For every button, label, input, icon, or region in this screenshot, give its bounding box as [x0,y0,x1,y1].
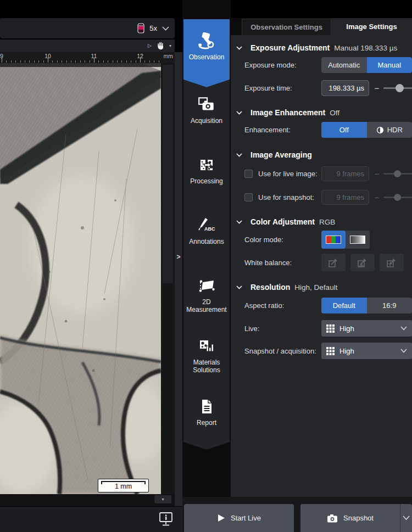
live-frames-decrease-icon: − [372,166,381,181]
section-title: Image Averaging [250,150,312,159]
scroll-down-button[interactable]: ▾ [154,495,171,503]
nav-tab-materials-solutions[interactable]: Materials Solutions [183,321,230,389]
nav-tab-report[interactable]: Report [183,382,230,450]
rgb-swatch-icon [326,236,341,244]
panel-collapse-bar: > [175,52,182,506]
white-balance-full-button[interactable] [380,254,404,271]
snapshot-options-button[interactable] [400,516,412,520]
enhancement-segmented: Off HDR [321,122,412,138]
color-mode-control [321,231,370,249]
color-mode-rgb-button[interactable] [321,231,346,249]
enhancement-off-button[interactable]: Off [321,122,367,138]
nav-tab-processing[interactable]: Processing [183,140,230,208]
nav-tab-2d-measurement[interactable]: 2D Measurement [183,261,230,329]
live-resolution-dropdown[interactable]: High [321,320,412,337]
horizontal-ruler: 9 10 11 12 mm [0,52,175,63]
svg-text:ABC: ABC [204,226,215,232]
start-live-button[interactable]: Start Live [184,504,294,532]
aspect-ratio-segmented: Default 16:9 [321,298,412,313]
image-settings-panel: Exposure Adjustment Manual 198.333 µs Ex… [231,35,412,497]
enhancement-hdr-button[interactable]: HDR [367,122,412,138]
vertical-scrollbar-thumb[interactable] [163,65,173,283]
microscope-icon [197,29,216,53]
start-live-label: Start Live [231,514,261,522]
use-for-snapshot-label: Use for snapshot: [258,190,314,205]
chevron-down-icon [162,26,169,31]
exposure-time-decrease-icon[interactable]: − [372,80,381,96]
materials-icon [197,334,216,359]
display-info-icon[interactable] [158,511,174,528]
section-exposure-adjustment[interactable]: Exposure Adjustment Manual 198.333 µs [236,43,397,53]
tab-image-settings[interactable]: Image Settings [331,18,412,35]
live-image-viewport[interactable] [0,63,161,494]
nav-tab-acquisition[interactable]: Acquisition [183,80,230,148]
ruler-tick-label: 12 [137,53,143,59]
report-document-icon [198,395,215,419]
chevron-down-icon [403,516,410,520]
exposure-mode-manual-button[interactable]: Manual [367,57,412,73]
snapshot-frames-slider-handle [394,194,401,201]
aspect-16-9-button[interactable]: 16:9 [367,298,412,313]
mode-nav-column: Observation Acquisition [182,0,231,497]
ruler-unit-label: mm [164,53,174,59]
nav-tab-label: Report [184,419,229,427]
objective-lens-icon [137,23,144,33]
snapshot-frames-field: 9 frames [321,190,369,205]
nav-tab-label: Annotations [184,238,229,245]
section-summary: Off [330,109,339,117]
snapshot-label: Snapshot [343,514,374,522]
use-for-snapshot-checkbox[interactable] [244,193,253,201]
aspect-default-button[interactable]: Default [321,298,367,313]
ruler-major-ticks [2,58,160,63]
tools-dropdown-icon[interactable]: ▾ [169,40,171,52]
camera-icon [327,514,338,523]
nav-tab-label: Processing [184,177,229,185]
live-frames-field: 9 frames [321,166,369,181]
white-balance-label: White balance: [244,254,292,272]
section-title: Image Enhancement [250,108,325,117]
section-summary: High, Default [294,283,337,292]
exposure-time-slider-handle[interactable] [396,84,404,92]
section-title: Exposure Adjustment [250,43,330,52]
exposure-mode-automatic-button[interactable]: Automatic [321,57,367,73]
hand-pan-tool-icon[interactable] [157,42,164,50]
section-image-averaging[interactable]: Image Averaging [236,150,312,160]
snapshot-button[interactable]: Snapshot [300,504,412,532]
viewer-status-bar [0,506,182,532]
chevron-down-icon [236,111,242,115]
objective-magnification: 5x [149,24,157,32]
exposure-time-field[interactable]: 198.333 µs [321,80,369,96]
nav-tab-observation[interactable]: Observation [183,19,230,87]
nav-tab-annotations[interactable]: ABC Annotations [183,200,230,268]
camera-frames-icon [197,93,216,117]
panel-expand-handle[interactable]: > [175,251,182,263]
section-color-adjustment[interactable]: Color Adjustment RGB [236,217,335,227]
snapshot-resolution-label: Snapshot / acquisition: [244,343,316,359]
eyedropper-frame-icon [386,257,397,268]
nav-tab-label: 2D Measurement [184,298,229,314]
section-image-enhancement[interactable]: Image Enhancement Off [236,108,339,117]
snapshot-frames-decrease-icon: − [372,190,381,205]
aspect-ratio-label: Aspect ratio: [244,298,284,313]
tab-observation-settings[interactable]: Observation Settings [242,19,331,35]
snapshot-resolution-dropdown[interactable]: High [321,343,412,359]
viewer-tools-strip: ▷ ▾ [0,40,175,52]
white-balance-area-button[interactable] [350,254,375,271]
viewer-toolbar: 5x [0,18,175,38]
use-for-live-image-checkbox[interactable] [244,170,253,178]
section-summary: Manual 198.333 µs [334,44,397,52]
objective-selector[interactable]: 5x [137,18,169,38]
white-balance-picker-button[interactable] [321,254,346,271]
nav-tab-label: Observation [184,53,229,61]
color-mode-grayscale-button[interactable] [346,231,370,249]
chevron-down-icon [236,220,242,224]
scale-bar: 1 mm [98,479,149,492]
eyedropper-area-icon [357,257,368,268]
section-summary: RGB [319,218,335,226]
section-resolution[interactable]: Resolution High, Default [236,282,337,292]
action-footer: Start Live Snapshot [182,497,412,532]
scale-bar-label: 1 mm [98,483,148,490]
play-tool-icon[interactable]: ▷ [148,40,152,52]
ruler-tick-label: 11 [91,53,97,59]
exposure-mode-label: Exposure mode: [244,57,297,73]
